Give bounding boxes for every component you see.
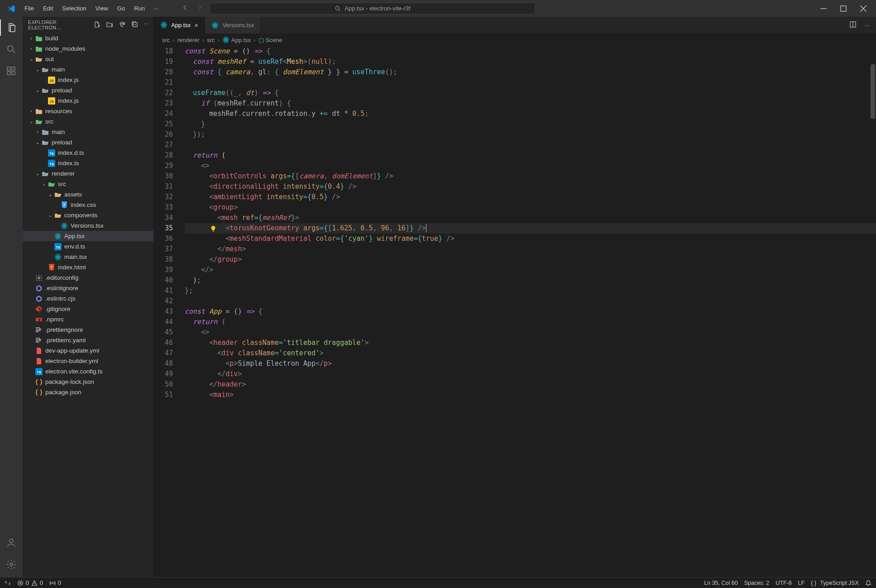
- lightbulb-icon[interactable]: [210, 225, 216, 235]
- chevron-icon[interactable]: ›: [29, 46, 34, 51]
- code-line-18[interactable]: const Scene = () => {: [185, 46, 876, 57]
- file-tree[interactable]: ›build›node_modules⌄out⌄mainJSindex.js⌄p…: [23, 33, 153, 577]
- code-line-36[interactable]: <meshStandardMaterial color={'cyan'} wir…: [185, 234, 876, 244]
- breadcrumbs[interactable]: src›renderer›src› App.tsx›▢ Scene: [154, 33, 876, 46]
- breadcrumb-app.tsx[interactable]: App.tsx: [222, 36, 251, 43]
- code-line-41[interactable]: };: [185, 286, 876, 296]
- tree-item-src[interactable]: ⌄src: [23, 116, 153, 127]
- tab-versions-tsx[interactable]: Versions.tsx: [205, 17, 261, 33]
- activity-search[interactable]: [5, 43, 18, 56]
- tree-item-index-js[interactable]: JSindex.js: [23, 96, 153, 106]
- code-line-34[interactable]: <mesh ref={meshRef}>: [185, 213, 876, 223]
- minimize-button[interactable]: [820, 5, 827, 12]
- code-line-27[interactable]: [185, 140, 876, 150]
- code-line-25[interactable]: }: [185, 119, 876, 129]
- code-line-38[interactable]: </group>: [185, 254, 876, 265]
- breadcrumb-renderer[interactable]: renderer: [177, 37, 200, 43]
- breadcrumb-src[interactable]: src: [207, 37, 215, 43]
- tree-item-main[interactable]: ›main: [23, 127, 153, 137]
- chevron-icon[interactable]: ⌄: [35, 140, 40, 145]
- code-line-45[interactable]: <>: [185, 327, 876, 338]
- tree-item-components[interactable]: ⌄components: [23, 210, 153, 220]
- status-radio[interactable]: 0: [49, 580, 61, 586]
- code-line-28[interactable]: return (: [185, 150, 876, 161]
- collapse-all-icon[interactable]: [131, 21, 139, 29]
- tree-item--prettierrc-yaml[interactable]: .prettierrc.yaml: [23, 335, 153, 345]
- tree-item-electron-vite-config-ts[interactable]: TSelectron.vite.config.ts: [23, 366, 153, 377]
- code-line-21[interactable]: [185, 77, 876, 88]
- code-line-48[interactable]: <p>Simple Electron App</p>: [185, 359, 876, 369]
- breadcrumb-scene[interactable]: ▢ Scene: [258, 37, 282, 43]
- menu-view[interactable]: View: [91, 3, 113, 14]
- new-file-icon[interactable]: [93, 21, 101, 29]
- tree-item-node-modules[interactable]: ›node_modules: [23, 43, 153, 54]
- menu-run[interactable]: Run: [129, 3, 149, 14]
- activity-extensions[interactable]: [5, 65, 18, 77]
- split-editor-icon[interactable]: [849, 21, 857, 29]
- nav-forward-icon[interactable]: [196, 4, 203, 13]
- status-lang[interactable]: { } TypeScript JSX: [811, 580, 859, 586]
- tree-item-electron-builder-yml[interactable]: electron-builder.yml: [23, 356, 153, 366]
- code-line-29[interactable]: <>: [185, 161, 876, 171]
- tree-item--gitignore[interactable]: .gitignore: [23, 304, 153, 314]
- status-lncol[interactable]: Ln 35, Col 60: [704, 580, 737, 586]
- code-line-51[interactable]: <main>: [185, 390, 876, 400]
- code-line-30[interactable]: <orbitControls args={[camera, domElement…: [185, 171, 876, 182]
- code-line-44[interactable]: return (: [185, 317, 876, 327]
- tree-item-main[interactable]: ⌄main: [23, 64, 153, 75]
- tree-item-index-ts[interactable]: TSindex.ts: [23, 158, 153, 168]
- code-line-22[interactable]: useFrame((_, dt) => {: [185, 88, 876, 98]
- chevron-icon[interactable]: ⌄: [42, 182, 46, 186]
- tree-item-package-lock-json[interactable]: package-lock.json: [23, 377, 153, 387]
- chevron-icon[interactable]: ⌄: [48, 192, 53, 197]
- tree-item-main-tsx[interactable]: main.tsx: [23, 252, 153, 262]
- tree-item-assets[interactable]: ⌄assets: [23, 189, 153, 200]
- code-editor[interactable]: 1819202122232425262728293031323334353637…: [154, 46, 876, 577]
- code-line-42[interactable]: [185, 296, 876, 306]
- chevron-icon[interactable]: ⌄: [35, 67, 40, 72]
- menu-go[interactable]: Go: [113, 3, 129, 14]
- code-line-20[interactable]: const { camera, gl: { domElement } } = u…: [185, 67, 876, 77]
- refresh-icon[interactable]: [119, 21, 126, 29]
- status-remote[interactable]: [5, 580, 11, 586]
- code-line-24[interactable]: meshRef.current.rotation.y += dt * 0.5;: [185, 109, 876, 119]
- code-line-40[interactable]: );: [185, 275, 876, 286]
- chevron-icon[interactable]: ⌄: [35, 171, 40, 176]
- code-line-33[interactable]: <group>: [185, 202, 876, 213]
- close-button[interactable]: [860, 5, 867, 12]
- chevron-icon[interactable]: ›: [35, 129, 40, 134]
- status-encoding[interactable]: UTF-8: [775, 580, 791, 586]
- chevron-icon[interactable]: ⌄: [48, 213, 53, 218]
- code-line-47[interactable]: <div className='centered'>: [185, 348, 876, 359]
- code-line-31[interactable]: <directionalLight intensity={0.4} />: [185, 182, 876, 192]
- code-line-49[interactable]: </div>: [185, 369, 876, 379]
- tree-item-renderer[interactable]: ⌄renderer: [23, 168, 153, 179]
- tree-item--prettierignore[interactable]: .prettierignore: [23, 325, 153, 335]
- tree-item-preload[interactable]: ⌄preload: [23, 85, 153, 96]
- tree-item-dev-app-update-yml[interactable]: dev-app-update.yml: [23, 345, 153, 356]
- tree-item-package-json[interactable]: package.json: [23, 387, 153, 397]
- menu-selection[interactable]: Selection: [57, 3, 91, 14]
- code-line-37[interactable]: </mesh>: [185, 244, 876, 254]
- menu-file[interactable]: File: [20, 3, 38, 14]
- tree-item--eslintrc-cjs[interactable]: .eslintrc.cjs: [23, 293, 153, 304]
- breadcrumb-src[interactable]: src: [162, 37, 170, 43]
- tree-item-out[interactable]: ⌄out: [23, 54, 153, 64]
- activity-settings[interactable]: [5, 558, 18, 571]
- chevron-icon[interactable]: ›: [29, 109, 34, 114]
- tree-item-src[interactable]: ⌄src: [23, 179, 153, 189]
- code-line-43[interactable]: const App = () => {: [185, 306, 876, 317]
- command-center[interactable]: App.tsx - electron-vite-r3f: [210, 3, 536, 14]
- status-notifications-icon[interactable]: [865, 580, 871, 586]
- tree-item-index-d-ts[interactable]: TSindex.d.ts: [23, 148, 153, 158]
- chevron-icon[interactable]: ⌄: [35, 88, 40, 93]
- tab-more-icon[interactable]: ···: [865, 22, 870, 29]
- close-icon[interactable]: ×: [194, 21, 198, 29]
- code-line-26[interactable]: });: [185, 129, 876, 140]
- code-line-46[interactable]: <header className='titlebar draggable'>: [185, 338, 876, 348]
- tree-item--npmrc[interactable]: .npmrc: [23, 314, 153, 325]
- code-line-23[interactable]: if (meshRef.current) {: [185, 98, 876, 109]
- menu-edit[interactable]: Edit: [38, 3, 57, 14]
- chevron-icon[interactable]: ⌄: [29, 119, 34, 124]
- tree-item-build[interactable]: ›build: [23, 33, 153, 43]
